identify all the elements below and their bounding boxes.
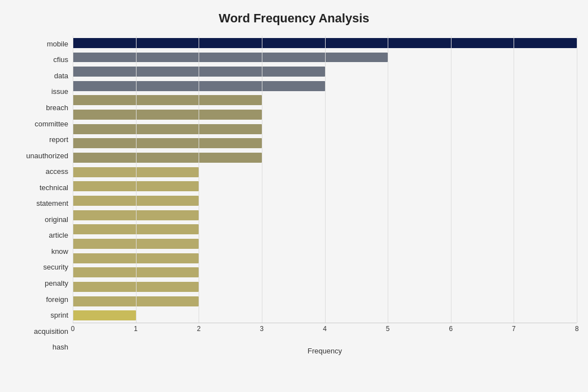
grid-line-4	[325, 36, 326, 323]
bar-breach	[73, 95, 262, 105]
bar-committee	[73, 110, 262, 120]
y-label-know: know	[11, 243, 68, 259]
bar-unauthorized	[73, 138, 262, 148]
bar-access	[73, 153, 262, 163]
y-label-penalty: penalty	[11, 275, 68, 291]
bar-report	[73, 124, 262, 134]
y-label-foreign: foreign	[11, 291, 68, 308]
x-axis-label: Frequency	[73, 347, 577, 355]
y-label-issue: issue	[11, 84, 68, 100]
y-label-data: data	[11, 68, 68, 84]
y-label-sprint: sprint	[11, 307, 68, 323]
y-label-statement: statement	[11, 195, 68, 211]
y-label-original: original	[11, 211, 68, 228]
y-label-committee: committee	[11, 116, 68, 132]
x-tick-7: 7	[512, 325, 516, 333]
bar-hash	[73, 310, 136, 320]
y-label-mobile: mobile	[11, 36, 68, 52]
x-tick-3: 3	[260, 325, 264, 333]
y-label-technical: technical	[11, 180, 68, 196]
y-label-article: article	[11, 228, 68, 244]
grid-line-2	[199, 36, 199, 323]
y-label-unauthorized: unauthorized	[11, 148, 68, 164]
y-label-report: report	[11, 131, 68, 148]
bar-cfius	[73, 53, 388, 63]
grid-line-7	[514, 36, 514, 323]
grid-line-5	[388, 36, 388, 323]
bars-area	[73, 36, 577, 323]
grid-line-3	[262, 36, 262, 323]
chart-container: Word Frequency Analysis mobilecfiusdatai…	[0, 0, 588, 392]
chart-title: Word Frequency Analysis	[11, 11, 577, 26]
y-label-cfius: cfius	[11, 52, 68, 68]
y-label-hash: hash	[11, 339, 68, 355]
y-label-breach: breach	[11, 100, 68, 116]
y-label-access: access	[11, 163, 68, 180]
x-tick-5: 5	[386, 325, 390, 333]
x-tick-8: 8	[575, 325, 579, 333]
x-tick-0: 0	[71, 325, 75, 333]
x-tick-4: 4	[323, 325, 327, 333]
y-label-acquisition: acquisition	[11, 323, 68, 339]
y-label-security: security	[11, 259, 68, 276]
x-tick-1: 1	[134, 325, 138, 333]
grid-line-0	[73, 36, 73, 323]
grid-line-6	[451, 36, 451, 323]
y-axis-labels: mobilecfiusdataissuebreachcommitteerepor…	[11, 36, 73, 355]
x-tick-6: 6	[449, 325, 453, 333]
grid-line-1	[136, 36, 137, 323]
x-tick-2: 2	[197, 325, 201, 333]
grid-line-8	[577, 36, 577, 323]
